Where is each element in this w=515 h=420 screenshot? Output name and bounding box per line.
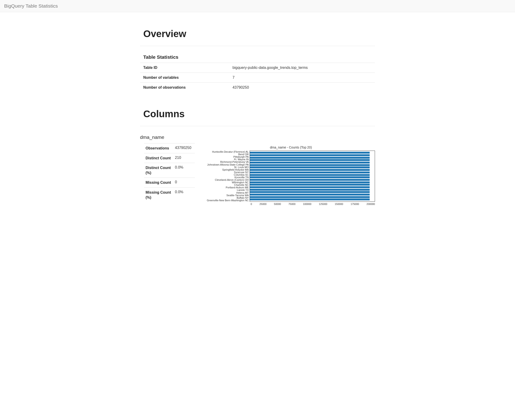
chart-bar	[250, 181, 370, 183]
chart-x-tick: 50000	[274, 203, 281, 205]
table-statistics: Table ID bigquery-public-data.google_tre…	[140, 63, 375, 92]
columns-heading: Columns	[143, 108, 375, 120]
chart-bar	[250, 162, 370, 164]
chart-bar	[250, 184, 370, 186]
stat-label: Number of observations	[140, 83, 229, 93]
chart-bar	[250, 189, 370, 191]
column-stats-table: Observations 43790250 Distinct Count 210…	[144, 143, 195, 202]
stat-value: 43790250	[229, 83, 375, 93]
stat-value: 43790250	[174, 143, 195, 153]
chart-category-label: Richmond-Petersburg VA	[207, 161, 249, 163]
main-content: Overview Table Statistics Table ID bigqu…	[136, 12, 379, 224]
divider	[140, 46, 375, 46]
top-bar: BigQuery Table Statistics	[0, 0, 515, 12]
stat-value: 0.0%	[174, 188, 195, 202]
chart-bar	[250, 164, 370, 166]
chart-bar	[250, 191, 370, 193]
chart-x-tick: 100000	[303, 203, 311, 205]
stat-value: 7	[229, 73, 375, 83]
chart-x-tick: 175000	[350, 203, 359, 205]
divider	[140, 126, 375, 126]
overview-heading: Overview	[143, 28, 375, 39]
chart-x-ticks: 0250005000075000100000125000150000175000…	[250, 203, 375, 205]
chart: dma_name - Counts (Top 20) Huntsville-De…	[207, 146, 375, 205]
chart-category-label: St. Louis MO	[207, 166, 249, 169]
chart-bar	[250, 198, 370, 200]
stat-value: 210	[174, 153, 195, 163]
chart-bar	[250, 194, 370, 195]
chart-bar	[250, 157, 370, 159]
table-row: Number of observations 43790250	[140, 83, 375, 93]
chart-x-tick: 25000	[259, 203, 266, 205]
stat-label: Missing Count (%)	[144, 188, 174, 202]
chart-category-label: Seattle-Tacoma WA	[207, 194, 249, 197]
stat-label: Observations	[144, 143, 174, 153]
table-row: Distinct Count (%) 0.0%	[144, 163, 195, 178]
stat-label: Distinct Count	[144, 153, 174, 163]
table-row: Observations 43790250	[144, 143, 195, 153]
chart-x-tick: 0	[250, 203, 252, 205]
chart-bar	[250, 186, 370, 188]
app-title: BigQuery Table Statistics	[4, 3, 58, 8]
chart-category-label: Johnstown-Altoona-State College PA	[207, 164, 249, 166]
table-row: Number of variables 7	[140, 73, 375, 83]
chart-category-label: Laredo TX	[207, 189, 249, 191]
scroll-container[interactable]: BigQuery Table Statistics Overview Table…	[0, 0, 515, 420]
stat-label: Distinct Count (%)	[144, 163, 174, 178]
stat-value: bigquery-public-data.google_trends.top_t…	[229, 63, 375, 73]
chart-plot-area	[250, 150, 375, 202]
stat-value: 0.0%	[174, 163, 195, 178]
stat-label: Missing Count	[144, 178, 174, 188]
chart-category-label: Helena MT	[207, 192, 249, 194]
chart-bar	[250, 152, 370, 154]
table-row: Missing Count (%) 0.0%	[144, 188, 195, 202]
chart-bar	[250, 176, 370, 178]
chart-bar	[250, 179, 370, 181]
chart-bar	[250, 172, 370, 173]
chart-bar	[250, 169, 370, 171]
chart-bar	[250, 166, 370, 168]
table-statistics-heading: Table Statistics	[140, 54, 375, 60]
chart-bar	[250, 159, 370, 161]
chart-x-tick: 150000	[335, 203, 343, 205]
chart-bar	[250, 196, 370, 198]
stat-label: Table ID	[140, 63, 229, 73]
chart-y-labels: Huntsville-Decatur (Florence) ALBend ORP…	[207, 150, 250, 202]
chart-bar	[250, 174, 370, 176]
stat-label: Number of variables	[140, 73, 229, 83]
chart-category-label: Greenville-New Bern-Washington NC	[207, 199, 249, 202]
table-row: Distinct Count 210	[144, 153, 195, 163]
chart-title: dma_name - Counts (Top 20)	[207, 146, 375, 149]
chart-bar	[250, 154, 370, 156]
chart-x-tick: 200000	[366, 203, 375, 205]
chart-x-tick: 75000	[288, 203, 295, 205]
chart-x-tick: 125000	[319, 203, 327, 205]
column-name: dma_name	[140, 135, 375, 140]
table-row: Table ID bigquery-public-data.google_tre…	[140, 63, 375, 73]
stat-value: 0	[174, 178, 195, 188]
table-row: Missing Count 0	[144, 178, 195, 188]
